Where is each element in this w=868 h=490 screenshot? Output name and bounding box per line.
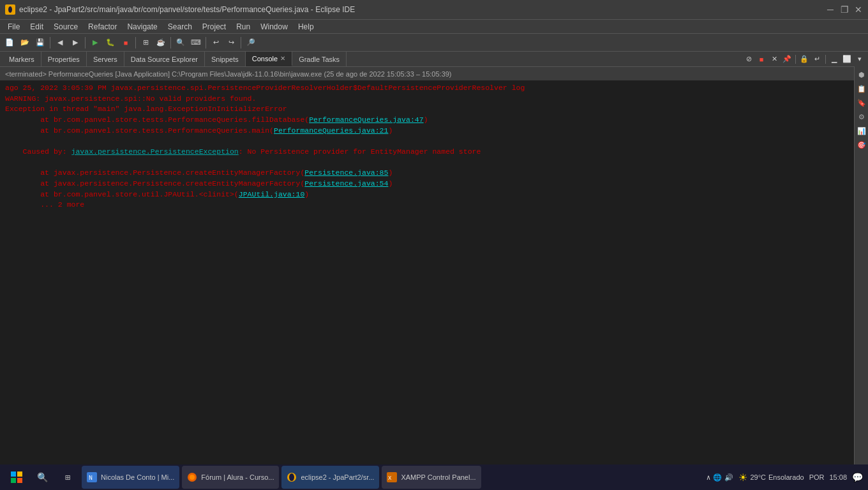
svg-point-9 bbox=[190, 475, 195, 480]
svg-rect-5 bbox=[17, 478, 22, 483]
console-line-1: ago 25, 2022 3:05:39 PM javax.persistenc… bbox=[5, 83, 863, 94]
right-btn-5[interactable]: 📊 bbox=[856, 125, 867, 137]
toolbar-perspective[interactable]: ⊞ bbox=[138, 36, 153, 50]
weather-widget[interactable]: ☀ 29°C Ensolarado bbox=[738, 471, 804, 484]
clock-time: 15:08 bbox=[829, 473, 847, 482]
console-pin-btn[interactable]: 📌 bbox=[781, 54, 793, 65]
console-line-10: ... 2 more bbox=[5, 200, 863, 211]
link-pq-47[interactable]: PerformanceQueries.java:47 bbox=[309, 115, 423, 124]
toolbar-run[interactable]: ▶ bbox=[88, 36, 102, 50]
toolbar-sep-5 bbox=[206, 37, 206, 48]
main-toolbar: 📄 📂 💾 ◀ ▶ ▶ 🐛 ■ ⊞ ☕ 🔍 ⌨ ↩ ↪ 🔎 bbox=[0, 33, 868, 51]
toolbar-next[interactable]: ▶ bbox=[68, 36, 82, 50]
menu-help[interactable]: Help bbox=[293, 21, 319, 33]
svg-rect-2 bbox=[11, 471, 16, 477]
views-bar: Markers Properties Servers Data Source E… bbox=[0, 51, 868, 66]
tab-markers[interactable]: Markers bbox=[3, 52, 41, 66]
link-persistence-exception[interactable]: javax.persistence.PersistenceException bbox=[71, 147, 239, 156]
taskbar-search[interactable]: 🔍 bbox=[31, 466, 54, 489]
tab-gradle-label: Gradle Tasks bbox=[299, 56, 340, 63]
toolbar-undo[interactable]: ↩ bbox=[209, 36, 223, 50]
console-area[interactable]: ago 25, 2022 3:05:39 PM javax.persistenc… bbox=[0, 80, 868, 464]
svg-text:N: N bbox=[89, 475, 93, 482]
console-line-6: Caused by: javax.persistence.Persistence… bbox=[5, 136, 863, 168]
minimize-button[interactable]: ─ bbox=[826, 5, 835, 14]
console-remove-btn[interactable]: ✕ bbox=[768, 54, 780, 65]
menu-refactor[interactable]: Refactor bbox=[83, 21, 122, 33]
console-word-wrap[interactable]: ↵ bbox=[811, 54, 823, 65]
tray-network[interactable]: 🌐 bbox=[713, 473, 722, 482]
link-persistence-54[interactable]: Persistence.java:54 bbox=[304, 179, 388, 188]
console-line-7: at javax.persistence.Persistence.createE… bbox=[5, 168, 863, 179]
menu-source[interactable]: Source bbox=[49, 21, 83, 33]
tab-data-source-label: Data Source Explorer bbox=[131, 56, 198, 63]
tab-servers[interactable]: Servers bbox=[87, 52, 124, 66]
notification-icon: 💬 bbox=[852, 472, 863, 482]
menu-run[interactable]: Run bbox=[231, 21, 255, 33]
menu-search[interactable]: Search bbox=[163, 21, 197, 33]
tab-properties[interactable]: Properties bbox=[41, 52, 87, 66]
taskbar-item-eclipse-label: eclipse2 - JpaPart2/sr... bbox=[301, 473, 374, 481]
taskbar-item-eclipse[interactable]: eclipse2 - JpaPart2/sr... bbox=[281, 466, 379, 489]
tray-volume[interactable]: 🔊 bbox=[724, 473, 733, 482]
svg-point-1 bbox=[8, 6, 12, 13]
menu-bar: File Edit Source Refactor Navigate Searc… bbox=[0, 19, 868, 33]
svg-point-11 bbox=[289, 473, 294, 481]
start-button[interactable] bbox=[5, 466, 28, 489]
right-btn-1[interactable]: ⬢ bbox=[856, 69, 867, 80]
toolbar-open[interactable]: 📂 bbox=[18, 36, 32, 50]
tray-arrow[interactable]: ∧ bbox=[707, 473, 711, 482]
menu-file[interactable]: File bbox=[3, 21, 25, 33]
svg-text:X: X bbox=[388, 475, 392, 482]
console-terminate-btn[interactable]: ■ bbox=[756, 54, 767, 65]
taskbar-item-xampp[interactable]: X XAMPP Control Panel... bbox=[382, 466, 481, 489]
close-button[interactable]: ✕ bbox=[854, 5, 863, 14]
right-btn-4[interactable]: ⚙ bbox=[856, 111, 867, 122]
system-clock[interactable]: 15:08 bbox=[829, 473, 847, 482]
toolbar-search[interactable]: 🔍 bbox=[174, 36, 188, 50]
forum-icon bbox=[187, 472, 197, 482]
toolbar-zoom-in[interactable]: 🔎 bbox=[244, 36, 258, 50]
notification-button[interactable]: 💬 bbox=[852, 472, 863, 482]
menu-project[interactable]: Project bbox=[197, 21, 231, 33]
toolbar-java-persp[interactable]: ☕ bbox=[154, 36, 168, 50]
tab-data-source-explorer[interactable]: Data Source Explorer bbox=[124, 52, 205, 66]
breadcrumb-bar: <terminated> PerformanceQueries [Java Ap… bbox=[0, 66, 868, 80]
link-persistence-85[interactable]: Persistence.java:85 bbox=[304, 168, 388, 177]
breadcrumb-text: <terminated> PerformanceQueries [Java Ap… bbox=[5, 70, 452, 78]
taskbar-item-forum[interactable]: Fórum | Alura - Curso... bbox=[182, 466, 279, 489]
link-pq-21[interactable]: PerformanceQueries.java:21 bbox=[274, 126, 388, 135]
console-view-menu[interactable]: ▾ bbox=[854, 54, 865, 65]
console-scroll-lock[interactable]: 🔒 bbox=[798, 54, 810, 65]
tab-console[interactable]: Console ✕ bbox=[246, 52, 292, 66]
menu-edit[interactable]: Edit bbox=[25, 21, 49, 33]
tab-console-close[interactable]: ✕ bbox=[280, 55, 285, 62]
maximize-button[interactable]: ❐ bbox=[840, 5, 849, 14]
console-maximize[interactable]: ⬜ bbox=[841, 54, 853, 65]
tab-snippets[interactable]: Snippets bbox=[205, 52, 246, 66]
toolbar-redo[interactable]: ↪ bbox=[224, 36, 238, 50]
right-btn-6[interactable]: 🎯 bbox=[856, 139, 867, 151]
taskbar-item-nicolas[interactable]: N Nicolas De Conto | Mi... bbox=[82, 466, 179, 489]
console-line-8: at javax.persistence.Persistence.createE… bbox=[5, 179, 863, 189]
menu-window[interactable]: Window bbox=[255, 21, 293, 33]
taskbar: 🔍 ⊞ N Nicolas De Conto | Mi... Fórum | A… bbox=[0, 464, 868, 490]
console-clear-btn[interactable]: ⊘ bbox=[743, 54, 754, 65]
right-btn-2[interactable]: 📋 bbox=[856, 83, 867, 94]
toolbar-stop[interactable]: ■ bbox=[119, 36, 133, 50]
toolbar-prev[interactable]: ◀ bbox=[53, 36, 67, 50]
tab-gradle-tasks[interactable]: Gradle Tasks bbox=[292, 52, 347, 66]
toolbar-debug[interactable]: 🐛 bbox=[103, 36, 117, 50]
right-btn-3[interactable]: 🔖 bbox=[856, 97, 867, 108]
toolbar-cmd[interactable]: ⌨ bbox=[189, 36, 203, 50]
task-view-icon: ⊞ bbox=[65, 472, 70, 483]
console-minimize[interactable]: ▁ bbox=[828, 54, 840, 65]
language-indicator[interactable]: POR bbox=[809, 473, 825, 481]
toolbar-save[interactable]: 💾 bbox=[33, 36, 47, 50]
right-sidebar: ⬢ 📋 🔖 ⚙ 📊 🎯 bbox=[854, 66, 868, 471]
menu-navigate[interactable]: Navigate bbox=[122, 21, 162, 33]
toolbar-new[interactable]: 📄 bbox=[3, 36, 17, 50]
task-view-button[interactable]: ⊞ bbox=[56, 466, 79, 489]
link-jpautil-10[interactable]: JPAUtil.java:10 bbox=[239, 190, 305, 198]
toolbar-sep-3 bbox=[135, 37, 136, 48]
